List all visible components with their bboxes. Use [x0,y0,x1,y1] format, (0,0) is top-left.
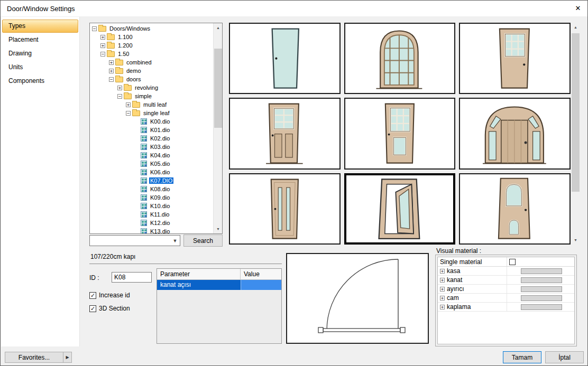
expand-icon[interactable]: + [100,43,105,48]
tree-node[interactable]: K02.dio [90,134,222,143]
door-thumbnail-2[interactable] [344,23,456,94]
tree-node[interactable]: K08.dio [90,185,222,193]
tree-node-label[interactable]: K04.dio [149,152,171,158]
tree-node-label[interactable]: K03.dio [149,144,171,150]
tree-node-label[interactable]: K11.dio [149,211,171,218]
expand-icon[interactable]: + [117,86,122,90]
tree-scrollbar[interactable]: ▲ ▼ [213,23,222,233]
tree-node-label[interactable]: K01.dio [149,127,171,133]
cancel-button[interactable]: İptal [545,351,584,363]
tree-node[interactable]: K00.dio [90,117,222,126]
scrollbar-thumb[interactable] [214,49,222,128]
tree-node[interactable]: +demo [90,67,222,75]
sidebar-item-placement[interactable]: Placement [2,33,78,46]
scroll-up-icon[interactable]: ▲ [214,23,223,32]
tree-node-label[interactable]: K12.dio [149,220,171,226]
tree-node[interactable]: K04.dio [90,151,222,159]
tree-node-label[interactable]: 1.100 [117,34,134,40]
tree-node[interactable]: −single leaf [90,109,222,117]
tree-node[interactable]: K03.dio [90,143,222,151]
collapse-icon[interactable]: − [100,52,105,57]
tree-node-label[interactable]: demo [125,68,142,74]
tree-node[interactable]: +revolving [90,83,222,92]
tree-node-label[interactable]: K00.dio [149,118,171,125]
ok-button[interactable]: Tamam [503,351,541,363]
tree-node-label[interactable]: K08.dio [149,186,171,192]
sidebar-item-units[interactable]: Units [2,61,78,74]
expand-icon[interactable]: + [109,60,114,65]
tree-node-label[interactable]: K10.dio [149,203,171,209]
tree-node-label[interactable]: K09.dio [149,194,171,201]
favorites-button[interactable]: Favorites... ▶ [5,352,72,363]
tree-node[interactable]: +1.100 [90,33,222,41]
tree-node-label[interactable]: 1.200 [117,42,134,49]
tree-node-label[interactable]: doors [125,76,142,82]
grid-scrollbar[interactable]: ▲ ▼ [571,23,580,245]
door-thumbnail-5[interactable] [344,98,456,169]
folder-tree[interactable]: −Doors/Windows+1.100+1.200−1.50+combined… [89,23,223,234]
tree-node[interactable]: −doors [90,75,222,83]
door-thumbnail-3[interactable] [459,23,571,94]
tree-node[interactable]: K13.dio [90,227,222,234]
scroll-down-icon[interactable]: ▼ [214,224,223,233]
tree-node[interactable]: K09.dio [90,193,222,202]
sidebar-item-components[interactable]: Components [2,74,78,88]
door-thumbnail-1[interactable] [229,23,341,94]
door-thumbnail-4[interactable] [229,98,341,169]
single-material-row[interactable]: Single material [438,257,574,267]
increase-id-checkbox[interactable]: ✓ Increase id [89,292,130,299]
tree-node[interactable]: K10.dio [90,202,222,210]
tree-node[interactable]: −1.50 [90,50,222,58]
expand-icon[interactable]: + [440,305,445,309]
expand-icon[interactable]: + [109,69,114,73]
door-thumbnail-6[interactable] [459,98,571,169]
collapse-icon[interactable]: − [126,111,131,116]
expand-icon[interactable]: + [440,296,445,301]
tree-node-label[interactable]: multi leaf [142,101,168,108]
tree-node-label[interactable]: K13.dio [149,228,171,234]
material-swatch-button[interactable] [521,304,562,310]
material-swatch-button[interactable] [521,277,562,283]
tree-node-label[interactable]: 1.50 [117,51,130,57]
tree-node[interactable]: K01.dio [90,126,222,134]
scrollbar-thumb[interactable] [572,33,580,192]
sidebar-item-types[interactable]: Types [2,20,78,33]
tree-node-label[interactable]: K05.dio [149,161,171,167]
search-button[interactable]: Search [183,234,223,247]
tree-node[interactable]: +multi leaf [90,100,222,109]
collapse-icon[interactable]: − [92,26,97,31]
parameter-row[interactable]: kanat açısı [157,280,281,290]
tree-node[interactable]: −Doors/Windows [90,24,222,33]
tree-node-label[interactable]: K07.DIO [149,177,173,184]
scroll-up-icon[interactable]: ▲ [571,23,580,32]
tree-node-label[interactable]: Doors/Windows [108,25,151,32]
material-swatch-button[interactable] [521,295,562,301]
tree-node-label[interactable]: K06.dio [149,169,171,175]
tree-node[interactable]: −simple [90,92,222,100]
tree-node-label[interactable]: revolving [134,85,159,91]
expand-icon[interactable]: + [100,35,105,40]
tree-node[interactable]: +combined [90,58,222,67]
tree-node[interactable]: K12.dio [90,219,222,227]
parameter-value[interactable] [241,280,281,290]
dropdown-arrow-icon[interactable]: ▼ [170,238,180,243]
favorites-arrow-icon[interactable]: ▶ [63,352,71,362]
collapse-icon[interactable]: − [109,77,114,82]
tree-node-label[interactable]: simple [134,93,153,99]
expand-icon[interactable]: + [440,278,445,283]
id-input[interactable]: K08 [112,272,152,283]
checkbox-icon[interactable]: ✓ [89,305,96,312]
expand-icon[interactable]: + [440,269,445,274]
tree-node[interactable]: K06.dio [90,168,222,176]
checkbox-icon[interactable]: ✓ [89,292,96,299]
tree-node[interactable]: K07.DIO [90,176,222,185]
door-thumbnail-9[interactable] [459,173,571,245]
single-material-checkbox-icon[interactable] [509,259,516,265]
close-icon[interactable]: ✕ [568,1,587,16]
scroll-down-icon[interactable]: ▼ [571,236,580,245]
collapse-icon[interactable]: − [117,94,122,99]
tree-node-label[interactable]: K02.dio [149,135,171,142]
door-thumbnail-7[interactable] [229,173,341,245]
sidebar-item-drawing[interactable]: Drawing [2,47,78,60]
tree-node-label[interactable]: single leaf [142,110,171,116]
